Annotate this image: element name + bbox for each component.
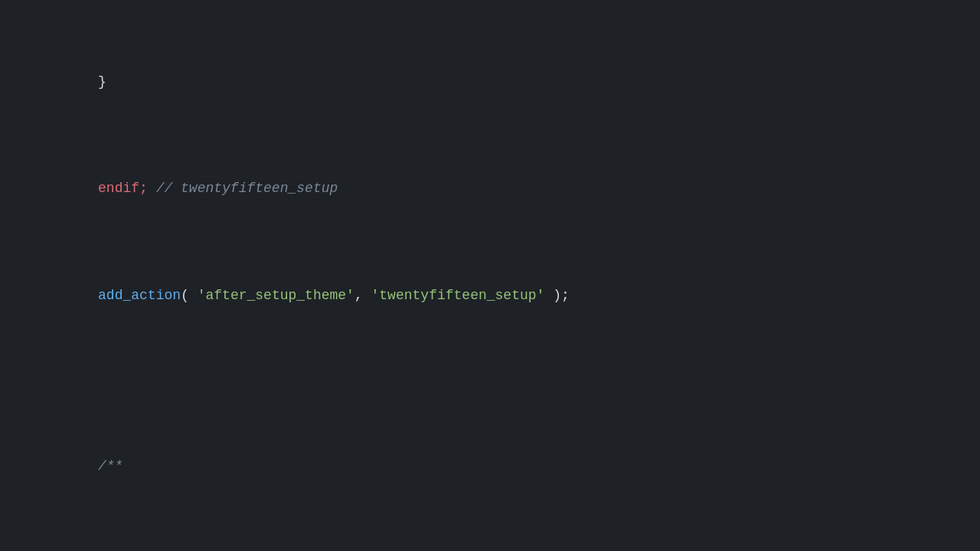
comment-setup: // twentyfifteen_setup [148,181,338,196]
code-text [65,288,98,303]
keyword-endif: endif; [98,181,148,196]
code-line-5: /** [15,435,980,499]
code-text: , [354,288,371,303]
code-editor: } endif; // twentyfifteen_setup add_acti… [0,0,980,551]
string-twentyfifteen-setup: 'twentyfifteen_setup' [371,288,545,303]
code-line-4 [15,370,980,392]
code-text: ( [181,288,198,303]
code-text: ); [544,288,569,303]
code-text [65,181,98,196]
code-line-2: endif; // twentyfifteen_setup [15,157,980,221]
func-add-action: add_action [98,288,181,303]
string-after-setup: 'after_setup_theme' [198,288,354,303]
code-line-6: * Register widget area. [15,541,980,551]
code-line-3: add_action( 'after_setup_theme', 'twenty… [15,264,980,328]
comment-start: /** [65,458,123,474]
code-block: } endif; // twentyfifteen_setup add_acti… [0,0,980,551]
code-line-1: } [15,51,980,115]
code-text: } [65,74,106,90]
